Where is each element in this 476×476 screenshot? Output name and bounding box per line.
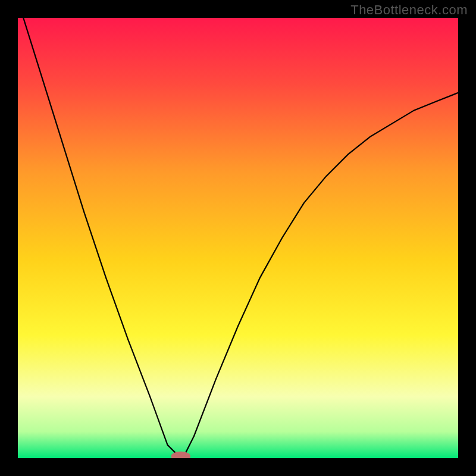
- watermark-text: TheBottleneck.com: [350, 2, 468, 18]
- chart-background: [18, 18, 458, 458]
- chart-svg: [18, 18, 458, 458]
- chart-frame: [18, 18, 458, 458]
